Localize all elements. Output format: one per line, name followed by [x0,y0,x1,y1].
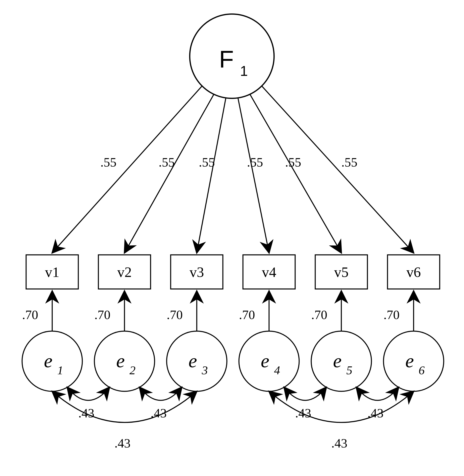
error-e3-main: e [189,350,197,371]
error-e1: e1 [22,331,82,391]
loading-labels: .55 .55 .55 .55 .55 .55 [100,155,358,169]
loading-arrows [52,86,414,253]
loading-v6: .55 [341,155,358,169]
observed-v4: v4 [243,255,295,289]
factor-label-sub: 1 [240,63,248,79]
cov-e2-e3: .43 [151,406,167,420]
observed-v3-label: v3 [190,264,204,280]
svg-line-2 [52,86,202,253]
observed-v5: v5 [315,255,367,289]
error-variance-labels: .70 .70 .70 .70 .70 .70 [22,308,400,322]
error-e5-sub: 5 [346,364,352,377]
factor-node: F 1 [190,14,274,98]
loading-v1: .55 [100,155,116,169]
error-nodes: e1 e2 e3 e4 e5 e6 [22,331,444,391]
error-e4-sub: 4 [274,364,280,377]
svg-text:e6: e6 [405,350,425,377]
error-e4-main: e [261,350,270,371]
sem-path-diagram: F 1 .55 .55 .55 .55 .55 .55 v1 v2 v3 [0,0,464,476]
error-e5: e5 [311,331,371,391]
svg-text:e5: e5 [333,350,352,377]
svg-line-4 [197,98,226,253]
error-e6-sub: 6 [419,364,425,377]
cov-e4-e5: .43 [295,406,311,420]
svg-text:e1: e1 [44,350,63,377]
svg-text:e3: e3 [189,350,208,377]
variance-e4: .70 [239,308,255,322]
svg-line-6 [250,94,341,253]
cov-e4-e6: .43 [331,436,347,450]
error-e1-main: e [44,350,53,371]
variance-e1: .70 [22,308,38,322]
covariance-labels: .43 .43 .43 .43 .43 .43 [78,406,384,450]
svg-text:e4: e4 [261,350,280,377]
error-e2-sub: 2 [129,364,135,377]
variance-e3: .70 [167,308,183,322]
error-e2-main: e [116,350,125,371]
error-e5-main: e [333,350,342,371]
svg-text:F
      1: F 1 [219,46,248,79]
error-e3: e3 [167,331,227,391]
observed-v2-label: v2 [117,264,132,280]
loading-v2: .55 [159,155,175,169]
svg-line-7 [262,86,414,253]
variance-e6: .70 [384,308,400,322]
cov-e5-e6: .43 [367,406,384,420]
observed-v5-label: v5 [334,264,348,280]
svg-text:e2: e2 [116,350,135,377]
error-e6-main: e [405,350,414,371]
cov-e1-e3: .43 [115,436,131,450]
observed-v1-label: v1 [45,264,59,280]
observed-v2: v2 [98,255,151,289]
loading-v4: .55 [247,155,263,169]
error-e3-sub: 3 [202,364,208,377]
variance-e5: .70 [311,308,327,322]
error-e1-sub: 1 [57,364,63,377]
svg-line-5 [238,98,269,253]
observed-v6-label: v6 [406,264,421,280]
variance-e2: .70 [94,308,110,322]
error-e4: e4 [239,331,299,391]
error-e2: e2 [94,331,155,391]
error-e6: e6 [384,331,444,391]
observed-boxes: v1 v2 v3 v4 v5 v6 [26,255,440,289]
cov-e1-e2: .43 [78,406,94,420]
observed-v6: v6 [387,255,440,289]
loading-v5: .55 [285,155,301,169]
observed-v4-label: v4 [262,264,276,280]
observed-v1: v1 [26,255,78,289]
observed-v3: v3 [171,255,223,289]
loading-v3: .55 [199,155,215,169]
svg-line-3 [125,94,214,253]
covariance-arcs [52,387,414,422]
factor-label-main: F [219,46,234,73]
